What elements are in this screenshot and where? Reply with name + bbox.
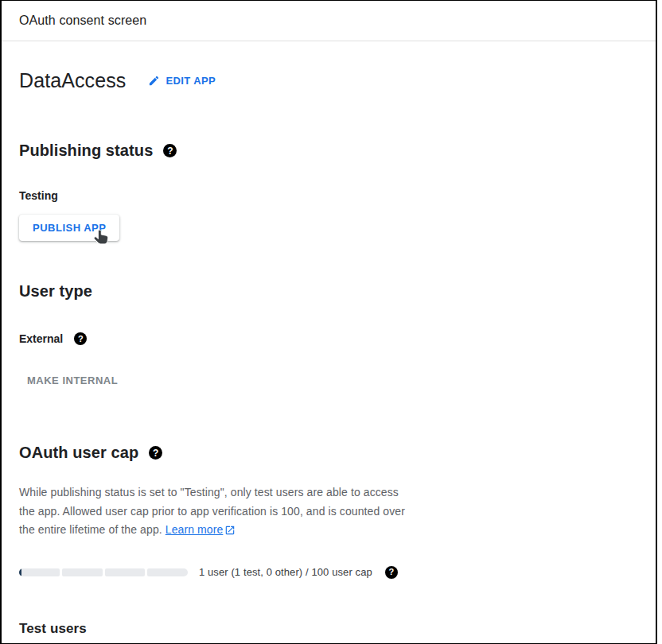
publishing-status-heading-text: Publishing status xyxy=(19,142,153,160)
help-icon[interactable]: ? xyxy=(149,446,162,460)
user-type-value: External xyxy=(19,332,63,345)
progress-segment xyxy=(105,568,146,576)
description-line: the entire lifetime of the app. Learn mo… xyxy=(19,521,638,540)
progress-segment xyxy=(147,568,188,576)
user-cap-usage-text: 1 user (1 test, 0 other) / 100 user cap xyxy=(199,566,372,578)
test-users-heading-text: Test users xyxy=(19,621,87,637)
page-content: DataAccess EDIT APP Publishing status ? … xyxy=(2,69,656,637)
oauth-consent-page: OAuth consent screen DataAccess EDIT APP… xyxy=(0,0,657,644)
progress-fill xyxy=(19,568,21,576)
user-type-heading: User type xyxy=(19,282,638,301)
description-line: the app. Allowed user cap prior to app v… xyxy=(19,502,638,522)
oauth-user-cap-heading: OAuth user cap ? xyxy=(19,444,638,462)
learn-more-label: Learn more xyxy=(166,521,224,540)
test-users-heading: Test users xyxy=(19,621,638,637)
user-cap-usage-row: 1 user (1 test, 0 other) / 100 user cap … xyxy=(19,566,638,579)
help-icon[interactable]: ? xyxy=(163,144,177,157)
publishing-status-heading: Publishing status ? xyxy=(19,142,638,160)
make-internal-button[interactable]: MAKE INTERNAL xyxy=(14,367,130,394)
edit-app-label: EDIT APP xyxy=(166,75,216,87)
user-type-heading-text: User type xyxy=(19,282,92,301)
description-line: While publishing status is set to "Testi… xyxy=(19,483,638,502)
learn-more-link[interactable]: Learn more xyxy=(166,521,236,540)
app-title-row: DataAccess EDIT APP xyxy=(19,69,638,92)
publishing-status-value: Testing xyxy=(19,189,638,202)
help-icon[interactable]: ? xyxy=(74,332,87,345)
user-type-row: External ? xyxy=(19,332,638,345)
open-in-new-icon xyxy=(224,525,236,536)
app-name: DataAccess xyxy=(19,69,126,92)
user-cap-description: While publishing status is set to "Testi… xyxy=(19,483,638,540)
pencil-icon xyxy=(148,75,160,87)
publish-app-button[interactable]: PUBLISH APP xyxy=(19,215,119,241)
help-icon[interactable]: ? xyxy=(385,566,398,579)
oauth-user-cap-heading-text: OAuth user cap xyxy=(19,444,138,462)
edit-app-button[interactable]: EDIT APP xyxy=(148,75,216,87)
progress-segment xyxy=(62,568,103,576)
page-header: OAuth consent screen xyxy=(2,1,656,41)
page-title: OAuth consent screen xyxy=(19,14,146,28)
user-cap-progress-bar xyxy=(19,568,188,576)
progress-segment xyxy=(19,568,60,576)
